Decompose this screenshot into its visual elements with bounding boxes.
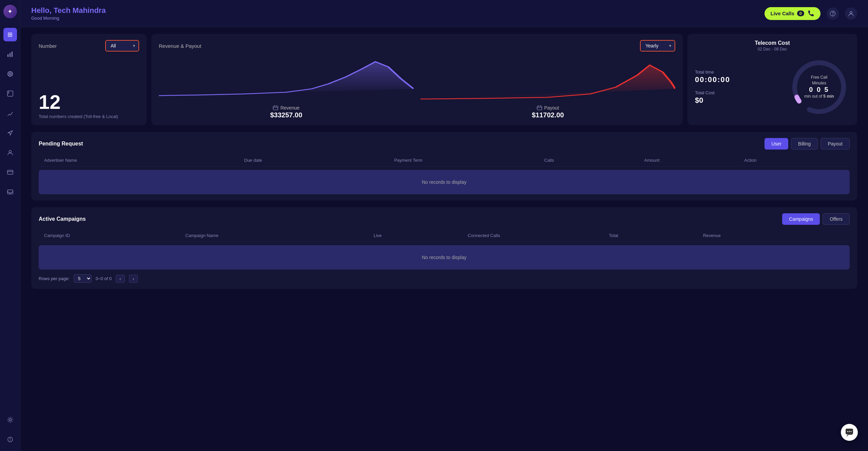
total-cost-stat: Total Cost $0 [695,90,730,105]
svg-rect-14 [537,106,542,110]
offers-button[interactable]: Offers [823,213,850,225]
col-payment-term: Payment Term [394,158,544,163]
svg-rect-1 [10,53,11,57]
revenue-amount: $33257.00 [270,111,302,119]
help-icon-button[interactable] [827,7,839,20]
billing-button[interactable]: Billing [791,138,818,150]
svg-rect-7 [7,170,13,174]
svg-point-3 [8,72,13,76]
gauge: Free Call Minutes 0 0 5 min out of 5 min [789,57,850,118]
active-campaigns-header: Active Campaigns Campaigns Offers [39,213,850,225]
svg-rect-13 [273,106,278,110]
total-time-stat: Total time 00:00:00 [695,70,730,84]
telecom-stats: Total time 00:00:00 Total Cost $0 [695,70,730,105]
pending-request-title: Pending Request [39,141,83,147]
campaigns-button[interactable]: Campaigns [782,213,820,225]
header-left: Hello, Tech Mahindra Good Morning [31,6,106,21]
header: Hello, Tech Mahindra Good Morning Live C… [20,0,868,27]
active-campaigns-section: Active Campaigns Campaigns Offers Campai… [31,207,857,289]
gauge-label-text: Free Call Minutes [804,75,834,86]
number-filter-select[interactable]: All Toll-free Local [106,41,138,51]
user-icon-button[interactable] [845,7,857,20]
number-card-title: Number [39,43,57,49]
gauge-out-of: out of [812,94,822,99]
revenue-svg [159,58,414,102]
payout-button[interactable]: Payout [820,138,850,150]
svg-point-21 [851,431,852,432]
main-content: Hello, Tech Mahindra Good Morning Live C… [20,0,868,451]
calendar-icon-2 [537,105,542,111]
top-cards-row: Number All Toll-free Local 12 Total numb… [31,34,857,125]
total-time-label: Total time [695,70,730,75]
header-title: Hello, Tech Mahindra [31,6,106,15]
sidebar: ✦ ⊞ [0,0,20,451]
next-page-button[interactable]: › [129,275,138,283]
sidebar-item-campaigns[interactable] [3,67,17,81]
revenue-label-row: Revenue [273,105,299,111]
revenue-card-header: Revenue & Payout Yearly Monthly Weekly D… [159,40,675,52]
col-connected-calls: Connected Calls [468,233,609,238]
sidebar-item-inbox[interactable] [3,185,17,199]
campaigns-empty-row: No records to display [39,245,850,270]
gauge-max: 5 min [823,94,834,99]
pending-request-header: Pending Request User Billing Payout [39,138,850,150]
gauge-center: Free Call Minutes 0 0 5 min out of 5 min [804,75,834,99]
col-campaign-id: Campaign ID [44,233,185,238]
col-amount: Amount [644,158,744,163]
revenue-filter-wrapper: Yearly Monthly Weekly Daily [640,40,675,52]
sidebar-item-send[interactable] [3,126,17,140]
minutes-label: Minutes [812,81,826,85]
payout-amount: $11702.00 [532,111,564,119]
sidebar-item-analytics[interactable] [3,47,17,61]
svg-point-12 [850,12,852,14]
pending-request-section: Pending Request User Billing Payout Adve… [31,132,857,200]
rows-per-page-select[interactable]: 5 10 25 [74,274,92,283]
svg-point-6 [9,151,11,153]
pending-table-header: Advertiser Name Due date Payment Term Ca… [39,154,850,166]
pagination-row: Rows per page: 5 10 25 0–0 of 0 ‹ › [39,274,850,283]
total-cost-label: Total Cost [695,90,730,95]
campaigns-table-header: Campaign ID Campaign Name Live Connected… [39,230,850,242]
payout-label-row: Payout [537,105,559,111]
calendar-icon [273,105,278,111]
page-range: 0–0 of 0 [96,276,112,281]
header-right: Live Calls 0 [765,7,857,20]
total-cost-value: $0 [695,96,730,105]
revenue-card: Revenue & Payout Yearly Monthly Weekly D… [151,34,683,125]
sidebar-item-billing[interactable] [3,165,17,179]
gauge-digits: 0 0 5 [804,86,834,94]
sidebar-logo[interactable]: ✦ [3,5,17,18]
revenue-charts: Revenue $33257.00 [159,58,675,119]
sidebar-item-reports[interactable] [3,106,17,120]
sidebar-item-home[interactable]: ⊞ [3,28,17,41]
svg-rect-2 [12,52,13,57]
revenue-card-title: Revenue & Payout [159,43,201,49]
user-button[interactable]: User [765,138,788,150]
header-subtitle: Good Morning [31,16,106,21]
sidebar-item-users[interactable] [3,146,17,159]
help-icon [830,11,836,17]
chat-fab-button[interactable] [841,424,858,441]
header-greeting: Hello, [31,6,52,15]
sidebar-item-logout[interactable] [3,433,17,446]
col-revenue: Revenue [703,233,844,238]
chat-icon [845,428,854,437]
phone-icon [807,10,814,17]
sidebar-item-settings[interactable] [3,413,17,427]
payout-chart: Payout $11702.00 [420,58,675,119]
header-name: Tech Mahindra [54,6,106,15]
prev-page-button[interactable]: ‹ [116,275,125,283]
gauge-unit-text: min [804,94,811,99]
rows-per-page-label: Rows per page: [39,276,70,281]
number-card-header: Number All Toll-free Local [39,40,139,52]
number-card: Number All Toll-free Local 12 Total numb… [31,34,147,125]
live-calls-count: 0 [797,11,804,16]
revenue-filter-select[interactable]: Yearly Monthly Weekly Daily [641,41,675,51]
sidebar-item-contacts[interactable] [3,87,17,100]
svg-rect-0 [7,54,8,57]
live-calls-button[interactable]: Live Calls 0 [765,7,820,20]
number-description: Total numbers created (Toll-free & Local… [39,114,139,119]
user-icon [848,11,854,17]
col-advertiser-name: Advertiser Name [44,158,244,163]
payout-chart-area [420,58,675,102]
